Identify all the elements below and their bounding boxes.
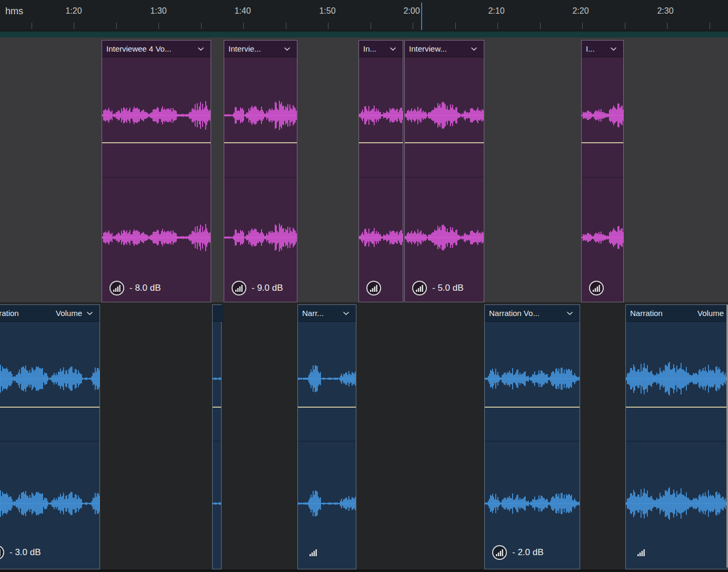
- audio-clip[interactable]: NarrationVolume- 3.0 dB: [0, 304, 100, 569]
- volume-envelope-line[interactable]: [102, 142, 211, 143]
- waveform-channel-2: [224, 211, 297, 264]
- clip-header[interactable]: [213, 305, 223, 322]
- waveform-channel-1: [298, 352, 356, 405]
- audio-clip[interactable]: In...: [358, 40, 403, 302]
- volume-envelope-line[interactable]: [359, 142, 403, 143]
- audio-clip[interactable]: Intervie...- 9.0 dB: [224, 40, 297, 302]
- clip-footer: [582, 281, 623, 295]
- waveform-channel-2: [0, 477, 99, 530]
- ruler-time-label: 1:30: [150, 6, 166, 16]
- volume-envelope-line[interactable]: [298, 407, 356, 408]
- chevron-down-icon[interactable]: [197, 47, 204, 51]
- playhead[interactable]: [421, 3, 422, 30]
- waveform-channel-1: [485, 352, 580, 405]
- volume-envelope-line[interactable]: [224, 142, 297, 143]
- clip-title: In...: [363, 44, 376, 53]
- audio-clip[interactable]: [212, 304, 222, 569]
- waveform-channel-2: [102, 211, 211, 264]
- channel-divider: [405, 177, 484, 177]
- audio-clip[interactable]: Interview...- 5.0 dB: [404, 40, 484, 302]
- chevron-down-icon[interactable]: [284, 47, 291, 51]
- timeline-ruler[interactable]: hms 1:201:301:401:502:002:102:202:30: [0, 0, 728, 31]
- ruler-tick: [243, 23, 244, 29]
- clip-gain-icon[interactable]: [589, 281, 604, 295]
- volume-bars-icon[interactable]: [310, 549, 317, 556]
- waveform-channel-1: [0, 352, 99, 405]
- chevron-down-icon[interactable]: [343, 311, 350, 315]
- chevron-down-icon[interactable]: [390, 47, 396, 51]
- clip-gain-label: - 5.0 dB: [432, 283, 464, 293]
- channel-divider: [485, 441, 580, 441]
- clip-gain-icon[interactable]: [366, 281, 381, 295]
- clip-footer: [626, 545, 728, 560]
- volume-envelope-line[interactable]: [626, 407, 728, 408]
- clip-gain-icon[interactable]: [412, 281, 427, 295]
- chevron-down-icon[interactable]: [566, 311, 573, 315]
- clip-header[interactable]: I...: [582, 41, 623, 57]
- audio-clip[interactable]: I...: [581, 40, 624, 302]
- waveform-channel-1: [626, 352, 728, 405]
- channel-divider: [298, 441, 356, 441]
- ruler-tick: [74, 23, 74, 29]
- clip-header[interactable]: Narr...: [298, 305, 356, 322]
- channel-divider: [626, 441, 728, 441]
- volume-envelope-line[interactable]: [582, 142, 623, 143]
- chevron-down-icon[interactable]: [471, 47, 477, 51]
- ruler-tick: [625, 23, 625, 29]
- clip-title: Interview...: [409, 44, 447, 53]
- clip-footer: - 2.0 dB: [485, 545, 580, 560]
- ruler-time-label: 1:40: [234, 6, 251, 16]
- waveform-channel-1: [102, 89, 211, 142]
- ruler-tick: [413, 23, 413, 29]
- volume-envelope-line[interactable]: [213, 407, 221, 408]
- clip-gain-icon[interactable]: [109, 281, 124, 295]
- chevron-down-icon[interactable]: [610, 47, 617, 51]
- chevron-down-icon[interactable]: [86, 311, 93, 315]
- audio-clip[interactable]: NarrationVolume: [625, 304, 728, 569]
- channel-divider: [359, 177, 403, 177]
- clip-header[interactable]: Interviewee 4 Vo...: [102, 41, 211, 57]
- clip-footer: [359, 281, 403, 295]
- clip-footer: - 5.0 dB: [405, 281, 484, 295]
- waveform-channel-2: [582, 211, 623, 264]
- clip-header[interactable]: Narration Vo...: [485, 305, 580, 322]
- ruler-tick: [710, 23, 710, 29]
- track-narration[interactable]: NarrationVolume- 3.0 dBNarr...Narration …: [0, 302, 728, 569]
- waveform-channel-2: [359, 211, 403, 264]
- clip-envelope-param-label: Volume: [56, 309, 82, 318]
- ruler-tick: [497, 23, 498, 29]
- audio-timeline-panel: hms 1:201:301:401:502:002:102:202:30 Int…: [0, 0, 728, 572]
- clip-gain-icon[interactable]: [232, 281, 246, 295]
- audio-clip[interactable]: Interviewee 4 Vo...- 8.0 dB: [102, 40, 211, 302]
- clip-footer: - 3.0 dB: [0, 545, 99, 560]
- ruler-tick: [540, 23, 541, 29]
- waveform-channel-2: [298, 477, 356, 530]
- ruler-tick: [667, 23, 667, 29]
- volume-envelope-line[interactable]: [0, 407, 99, 408]
- clip-gain-icon[interactable]: [0, 545, 4, 560]
- volume-envelope-line[interactable]: [405, 142, 484, 143]
- clip-footer: - 8.0 dB: [102, 281, 211, 295]
- ruler-time-label: 2:30: [657, 6, 673, 16]
- track-interviewee[interactable]: Interviewee 4 Vo...- 8.0 dBIntervie...- …: [0, 37, 728, 302]
- clip-gain-label: - 9.0 dB: [252, 283, 283, 293]
- clip-title: Narration: [0, 309, 19, 318]
- clip-header[interactable]: Interview...: [405, 41, 484, 57]
- clip-header[interactable]: Intervie...: [224, 41, 297, 57]
- audio-clip[interactable]: Narration Vo...- 2.0 dB: [484, 304, 580, 569]
- ruler-tick: [371, 23, 371, 29]
- clip-header[interactable]: In...: [359, 41, 403, 57]
- clip-header[interactable]: NarrationVolume: [0, 305, 99, 322]
- ruler-time-label: 2:20: [572, 6, 589, 16]
- clip-header[interactable]: NarrationVolume: [626, 305, 728, 322]
- volume-envelope-line[interactable]: [485, 407, 580, 408]
- zoom-navigator-bar[interactable]: [0, 31, 728, 37]
- ruler-units-label: hms: [5, 6, 23, 17]
- volume-bars-icon[interactable]: [637, 549, 645, 556]
- waveform-channel-1: [405, 89, 484, 142]
- clip-title: Narr...: [302, 309, 324, 318]
- waveform-channel-2: [626, 477, 728, 530]
- audio-clip[interactable]: Narr...: [297, 304, 356, 569]
- clip-gain-icon[interactable]: [492, 545, 507, 560]
- ruler-time-label: 2:00: [403, 6, 420, 16]
